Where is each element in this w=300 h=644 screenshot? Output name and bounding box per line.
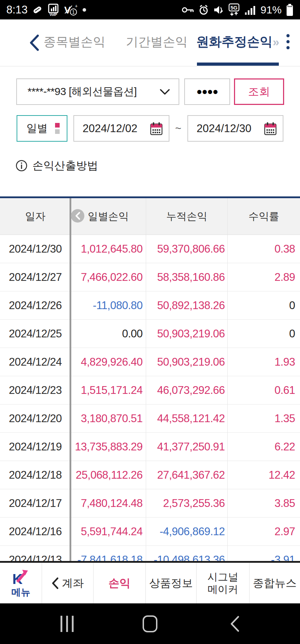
fixed-column-divider xyxy=(70,198,71,561)
table-row: 2024/12/18 25,068,112.26 27,641,367.62 1… xyxy=(0,461,300,489)
battery-icon xyxy=(286,4,294,16)
table-row: 2024/12/13 -7,841,618.18 -10,498,613.36 … xyxy=(0,546,300,561)
table-row: 2024/12/24 4,829,926.40 50,903,219.06 1.… xyxy=(0,348,300,376)
more-menu-button[interactable] xyxy=(287,34,290,49)
calendar-icon[interactable] xyxy=(264,122,277,136)
profit-calculation-method-link[interactable]: 손익산출방법 xyxy=(16,158,98,173)
battery-percent: 91% xyxy=(260,4,282,16)
table-header-row: 일자 일별손익 누적손익 수익률 xyxy=(0,198,300,235)
nav-signal-maker-line1: 시그널 xyxy=(208,571,238,583)
5g-updown-icon: 5G xyxy=(228,3,240,17)
recording-dot-icon xyxy=(82,7,87,12)
nav-news[interactable]: 종합뉴스 xyxy=(249,563,300,603)
table-row: 2024/12/30 1,012,645.80 59,370,806.66 0.… xyxy=(0,235,300,263)
svg-text:VoIP: VoIP xyxy=(50,13,58,16)
date-to-field[interactable]: 2024/12/30 xyxy=(187,115,283,142)
mute-icon xyxy=(213,5,224,15)
period-toggle-daily[interactable]: 일별 xyxy=(17,115,67,142)
tab-header: 종목별손익 기간별손익 원화추정손익 » xyxy=(0,19,300,66)
table-row: 2024/12/19 13,735,883.29 41,377,250.91 6… xyxy=(0,433,300,461)
nav-signal-maker-line2: 메이커 xyxy=(208,583,238,595)
svg-text:1: 1 xyxy=(72,9,75,15)
table-row: 2024/12/27 7,466,022.60 58,358,160.86 2.… xyxy=(0,263,300,291)
account-select[interactable]: ****-**93 [해외선물옵션] xyxy=(16,78,179,105)
pill-icon xyxy=(32,4,43,16)
calendar-icon[interactable] xyxy=(150,122,163,136)
password-masked-value: ●●●● xyxy=(196,86,218,97)
nav-profit-active[interactable]: 손익 xyxy=(93,563,145,603)
info-icon xyxy=(16,160,28,172)
table-body: 2024/12/30 1,012,645.80 59,370,806.66 0.… xyxy=(0,235,300,561)
voip-phone-icon: VoIP xyxy=(47,4,59,16)
date-range-separator: ~ xyxy=(175,122,181,134)
android-nav-bar xyxy=(0,603,300,644)
nav-product-info[interactable]: 상품정보 xyxy=(145,563,196,603)
period-toggle-icon xyxy=(55,123,60,134)
col-header-date: 일자 xyxy=(0,209,71,224)
table-row: 2024/12/23 1,515,171.24 46,073,292.66 0.… xyxy=(0,376,300,404)
tabs-overflow-arrow-icon: » xyxy=(273,35,280,49)
query-button[interactable]: 조회 xyxy=(234,78,284,105)
bottom-nav: K 메뉴 계좌 손익 상품정보 시그널 메이커 종합뉴스 xyxy=(0,561,300,603)
table-row: 2024/12/25 0.00 50,903,219.06 0 xyxy=(0,320,300,348)
nav-account[interactable]: 계좌 xyxy=(42,563,93,603)
chevron-down-icon xyxy=(160,89,170,95)
signal-icon xyxy=(244,5,256,15)
col-header-return-rate: 수익률 xyxy=(228,209,300,224)
nav-account-label: 계좌 xyxy=(62,576,84,591)
period-toggle-label: 일별 xyxy=(26,121,48,136)
table-row: 2024/12/20 3,180,870.51 44,558,121.42 1.… xyxy=(0,404,300,433)
active-tab-underline xyxy=(197,63,279,66)
profit-table: 일자 일별손익 누적손익 수익률 2024/12/30 1,012,645.80… xyxy=(0,196,300,561)
svg-text:5G: 5G xyxy=(230,5,238,11)
recents-icon[interactable] xyxy=(61,616,74,632)
tab-profit-by-period[interactable]: 기간별손익 xyxy=(126,34,188,50)
table-row: 2024/12/17 7,480,124.48 2,573,255.36 3.8… xyxy=(0,489,300,518)
status-bar: 8:13 VoIP V1+ 5G xyxy=(0,0,300,19)
nav-menu-label: 메뉴 xyxy=(11,586,30,599)
back-button[interactable] xyxy=(29,34,40,51)
tab-krw-estimated-profit[interactable]: 원화추정손익 xyxy=(196,33,272,51)
col-header-cumulative-profit: 누적손익 xyxy=(146,198,228,235)
date-to-value: 2024/12/30 xyxy=(197,122,251,135)
clock: 8:13 xyxy=(6,4,28,16)
nav-signal-maker[interactable]: 시그널 메이커 xyxy=(196,563,249,603)
table-row: 2024/12/16 5,591,744.24 -4,906,869.12 2.… xyxy=(0,518,300,546)
table-row: 2024/12/26 -11,080.80 50,892,138.26 0 xyxy=(0,291,300,320)
app-screen: 8:13 VoIP V1+ 5G xyxy=(0,0,300,644)
key-icon xyxy=(181,6,194,14)
scroll-left-indicator[interactable] xyxy=(71,209,84,223)
alarm-icon xyxy=(198,5,209,15)
password-field[interactable]: ●●●● xyxy=(184,78,230,105)
info-label: 손익산출방법 xyxy=(32,158,98,173)
svg-text:+: + xyxy=(75,4,78,9)
kiwoom-k-logo-icon: K xyxy=(12,569,30,585)
date-from-field[interactable]: 2024/12/02 xyxy=(73,115,169,142)
nav-menu-button[interactable]: K 메뉴 xyxy=(0,563,42,603)
date-from-value: 2024/12/02 xyxy=(83,122,137,135)
chevron-left-icon xyxy=(52,577,59,589)
v-plus-one-icon: V1+ xyxy=(64,4,78,16)
tab-profit-by-item[interactable]: 종목별손익 xyxy=(44,34,106,50)
account-select-value: ****-**93 [해외선물옵션] xyxy=(28,84,137,99)
home-icon[interactable] xyxy=(143,615,157,632)
android-back-icon[interactable] xyxy=(230,615,240,632)
